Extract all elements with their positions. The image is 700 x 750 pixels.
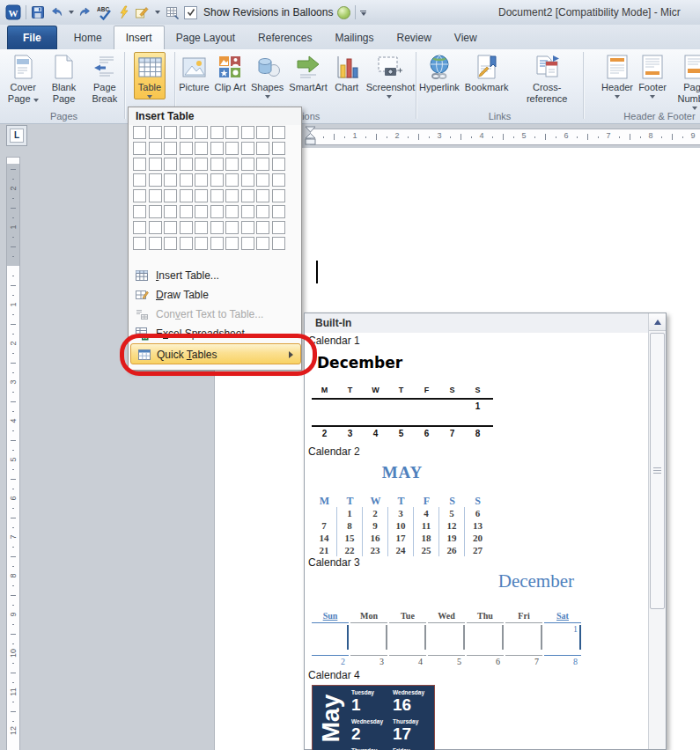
insert-table-grid-cell[interactable] bbox=[241, 205, 254, 218]
insert-table-grid-cell[interactable] bbox=[149, 158, 162, 171]
insert-table-grid-cell[interactable] bbox=[164, 205, 177, 218]
insert-table-grid-cell[interactable] bbox=[133, 221, 146, 234]
quick-table-item-calendar-4[interactable]: Calendar 4MayTuesday1Wednesday16Wednesda… bbox=[305, 669, 649, 750]
shapes-button[interactable]: Shapes bbox=[249, 52, 285, 99]
insert-table-grid-cell[interactable] bbox=[164, 158, 177, 171]
customize-qat-button[interactable] bbox=[360, 9, 366, 16]
show-revisions-checkbox[interactable] bbox=[184, 6, 197, 19]
gallery-scrollbar[interactable] bbox=[648, 313, 666, 749]
bookmark-button[interactable]: Bookmark bbox=[463, 52, 511, 94]
insert-table-grid-cell[interactable] bbox=[210, 189, 224, 202]
insert-table-grid-cell[interactable] bbox=[272, 173, 285, 187]
insert-table-grid-cell[interactable] bbox=[195, 173, 208, 187]
word-logo-icon[interactable]: W bbox=[5, 4, 21, 20]
insert-table-grid-cell[interactable] bbox=[256, 237, 269, 250]
footer-button[interactable]: Footer bbox=[637, 52, 668, 99]
insert-table-grid-cell[interactable] bbox=[195, 189, 208, 202]
insert-table-grid-cell[interactable] bbox=[180, 189, 193, 202]
insert-table-grid-cell[interactable] bbox=[133, 173, 146, 187]
quick-table-item-calendar-2[interactable]: Calendar 2MAYMTWTFSS12345678910111213141… bbox=[305, 445, 649, 556]
scrollbar-thumb[interactable] bbox=[650, 333, 665, 609]
insert-table-grid-cell[interactable] bbox=[256, 189, 269, 202]
insert-table-grid-cell[interactable] bbox=[195, 142, 208, 155]
insert-table-grid-cell[interactable] bbox=[272, 221, 285, 234]
insert-table-grid-cell[interactable] bbox=[256, 205, 269, 218]
insert-table-grid-cell[interactable] bbox=[210, 126, 224, 139]
insert-table-grid-cell[interactable] bbox=[256, 142, 269, 155]
comment-dropdown-arrow[interactable] bbox=[155, 11, 160, 14]
insert-table-grid-cell[interactable] bbox=[225, 189, 239, 202]
insert-table-grid-cell[interactable] bbox=[256, 221, 269, 234]
insert-table-grid-cell[interactable] bbox=[195, 205, 208, 218]
tab-stop-selector[interactable]: L bbox=[6, 125, 27, 146]
insert-table-grid-cell[interactable] bbox=[225, 221, 239, 234]
screenshot-button[interactable]: Screenshot bbox=[365, 52, 414, 99]
insert-table-grid-cell[interactable] bbox=[180, 237, 193, 250]
chart-button[interactable]: Chart bbox=[331, 52, 363, 94]
tab-mailings[interactable]: Mailings bbox=[323, 26, 385, 49]
insert-table-grid-cell[interactable] bbox=[256, 158, 269, 171]
insert-table-grid-cell[interactable] bbox=[133, 189, 146, 202]
insert-table-grid-cell[interactable] bbox=[241, 221, 254, 234]
undo-dropdown-arrow[interactable] bbox=[69, 11, 74, 14]
insert-table-grid-cell[interactable] bbox=[225, 142, 239, 155]
highlight-changes-icon[interactable] bbox=[117, 5, 130, 19]
show-revisions-label[interactable]: Show Revisions in Balloons bbox=[203, 6, 333, 18]
picture-button[interactable]: Picture bbox=[177, 52, 210, 94]
vertical-ruler[interactable]: 21123456789101112 bbox=[6, 157, 20, 750]
insert-table-grid-cell[interactable] bbox=[195, 126, 208, 139]
insert-table-grid-cell[interactable] bbox=[272, 189, 285, 202]
insert-table-grid-cell[interactable] bbox=[225, 205, 239, 218]
insert-table-grid-cell[interactable] bbox=[225, 158, 239, 171]
insert-table-grid-cell[interactable] bbox=[180, 205, 193, 218]
insert-table-grid-cell[interactable] bbox=[256, 173, 269, 187]
insert-table-grid-cell[interactable] bbox=[210, 237, 224, 250]
insert-table-grid-cell[interactable] bbox=[133, 205, 146, 218]
table-button[interactable]: Table bbox=[134, 52, 166, 99]
insert-table-grid-cell[interactable] bbox=[149, 173, 162, 187]
quick-table-item-calendar-3[interactable]: Calendar 3DecemberSun2Mon3Tue4Wed5Thu6Fr… bbox=[305, 556, 649, 669]
insert-table-grid-cell[interactable] bbox=[272, 205, 285, 218]
insert-table-grid-cell[interactable] bbox=[272, 142, 285, 155]
quick-table-item-calendar-1[interactable]: Calendar 1DecemberMTWTFSS12345678 bbox=[305, 335, 649, 445]
tab-home[interactable]: Home bbox=[63, 26, 114, 49]
insert-table-grid-cell[interactable] bbox=[133, 126, 146, 139]
insert-table-grid-cell[interactable] bbox=[149, 205, 162, 218]
insert-table-grid-cell[interactable] bbox=[180, 158, 193, 171]
insert-table-grid-cell[interactable] bbox=[133, 237, 146, 250]
insert-table-grid-cell[interactable] bbox=[241, 126, 254, 139]
insert-table-grid-cell[interactable] bbox=[149, 189, 162, 202]
insert-table-grid-cell[interactable] bbox=[149, 221, 162, 234]
insert-table-grid-cell[interactable] bbox=[225, 237, 239, 250]
horizontal-ruler[interactable]: 123456789 bbox=[310, 129, 700, 145]
insert-table-grid-cell[interactable] bbox=[241, 142, 254, 155]
tab-review[interactable]: Review bbox=[385, 26, 442, 49]
insert-table-grid-cell[interactable] bbox=[256, 126, 269, 139]
scrollbar-up-button[interactable] bbox=[649, 313, 666, 331]
insert-table-grid-cell[interactable] bbox=[164, 189, 177, 202]
insert-table-grid-cell[interactable] bbox=[272, 158, 285, 171]
insert-table-grid-cell[interactable] bbox=[180, 142, 193, 155]
insert-table-grid-cell[interactable] bbox=[195, 221, 208, 234]
save-icon[interactable] bbox=[31, 5, 45, 19]
undo-icon[interactable] bbox=[49, 5, 63, 19]
redo-icon[interactable] bbox=[78, 5, 92, 19]
insert-table-grid-cell[interactable] bbox=[164, 237, 177, 250]
insert-table-grid-cell[interactable] bbox=[241, 173, 254, 187]
insert-table-grid-cell[interactable] bbox=[241, 237, 254, 250]
page-break-button[interactable]: Page Break bbox=[85, 52, 124, 106]
tab-page-layout[interactable]: Page Layout bbox=[165, 26, 247, 49]
insert-table-grid-cell[interactable] bbox=[195, 237, 208, 250]
menu-item-draw-table[interactable]: Draw Table bbox=[129, 285, 303, 305]
insert-table-grid-cell[interactable] bbox=[272, 126, 285, 139]
new-comment-icon[interactable] bbox=[135, 5, 150, 19]
insert-table-grid-cell[interactable] bbox=[272, 237, 285, 250]
insert-table-grid-cell[interactable] bbox=[225, 173, 239, 187]
tab-file[interactable]: File bbox=[7, 26, 57, 49]
insert-table-grid-cell[interactable] bbox=[210, 221, 224, 234]
insert-table-grid-cell[interactable] bbox=[180, 173, 193, 187]
insert-table-grid-cell[interactable] bbox=[195, 158, 208, 171]
insert-table-grid-cell[interactable] bbox=[149, 237, 162, 250]
tab-view[interactable]: View bbox=[443, 26, 489, 49]
select-table-icon[interactable] bbox=[165, 5, 180, 20]
